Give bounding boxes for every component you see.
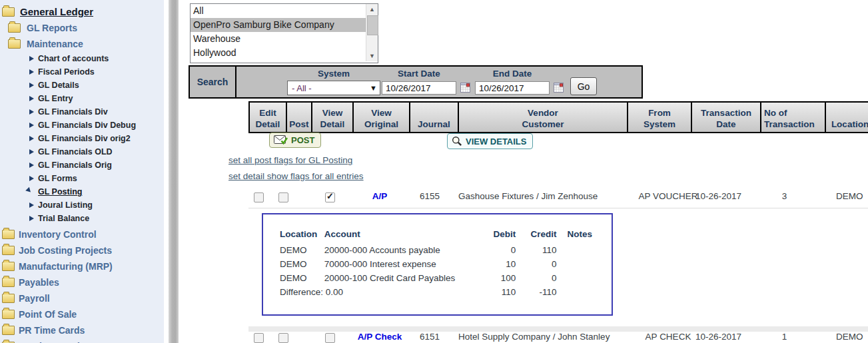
- column-header-view-detail: View Detail: [312, 103, 354, 132]
- sidebar-item-gl-financials-orig[interactable]: GL Financials Orig: [0, 159, 164, 172]
- edit-detail-checkbox[interactable]: [254, 192, 264, 202]
- detail-debit: 10: [476, 257, 516, 271]
- folder-icon: [2, 230, 15, 239]
- scroll-up-icon[interactable]: ▲: [366, 4, 378, 15]
- column-header-post: Post: [287, 103, 312, 132]
- collapsed-arrow-icon: [29, 149, 34, 155]
- detail-header-credit: Credit: [516, 226, 556, 243]
- detail-notes: [557, 243, 612, 257]
- navigation-sidebar: General Ledger GL Reports Maintenance Ch…: [0, 0, 164, 343]
- location: DEMO: [836, 191, 863, 201]
- start-date-label: Start Date: [382, 69, 456, 79]
- post-checkbox[interactable]: [278, 333, 288, 343]
- journal-entry-row: A/P 6155 Gashouse Fixtures / Jim Zenhous…: [0, 191, 868, 204]
- journal-type-link[interactable]: A/P: [340, 191, 420, 201]
- collapsed-arrow-icon: [29, 176, 34, 181]
- column-header-from-system: From System: [628, 103, 692, 132]
- chevron-down-icon: ▼: [370, 84, 377, 92]
- go-button[interactable]: Go: [570, 77, 597, 95]
- detail-account: 20000-000 Accounts payable: [324, 243, 477, 257]
- sidebar-item-trial-balance[interactable]: Trial Balance: [0, 212, 164, 225]
- view-details-button[interactable]: VIEW DETAILS: [447, 133, 533, 149]
- difference-debit: 110: [476, 285, 516, 299]
- row-separator: [248, 326, 868, 332]
- detail-credit: 0: [516, 271, 556, 285]
- sidebar-item-gl-financials-div-orig2[interactable]: GL Financials Div orig2: [0, 132, 164, 145]
- sidebar-item-payables[interactable]: Payables: [0, 274, 164, 290]
- sidebar-item-gl-forms[interactable]: GL Forms: [0, 172, 164, 185]
- transaction-date: 10-26-2017: [695, 332, 741, 342]
- set-detail-flags-link[interactable]: set detail show flags for all entries: [228, 171, 364, 181]
- system-select[interactable]: - All - ▼: [287, 81, 380, 95]
- edit-detail-checkbox[interactable]: [254, 333, 264, 343]
- collapsed-arrow-icon: [29, 109, 34, 115]
- detail-header-row: Location Account Debit Credit Notes: [280, 226, 612, 243]
- end-date-calendar-icon[interactable]: [554, 83, 564, 93]
- sidebar-item-inventory-control[interactable]: Inventory Control: [0, 226, 164, 242]
- detail-row: DEMO 70000-000 Interest expense 10 0: [280, 257, 612, 271]
- detail-difference-row: Difference: 0.00 110 -110: [280, 285, 612, 299]
- sidebar-item-general-ledger[interactable]: General Ledger: [0, 4, 164, 20]
- journal-number: 6151: [410, 332, 450, 342]
- sidebar-item-gl-entry[interactable]: GL Entry: [0, 92, 164, 105]
- detail-row: DEMO 20000-000 Accounts payable 0 110: [280, 243, 612, 257]
- detail-debit: 100: [476, 271, 516, 285]
- sidebar-item-point-of-sale[interactable]: Point Of Sale: [0, 306, 164, 322]
- entry-detail-panel: Location Account Debit Credit Notes DEMO…: [262, 213, 613, 316]
- end-date-input[interactable]: [475, 81, 550, 95]
- detail-table: Location Account Debit Credit Notes DEMO…: [280, 226, 612, 299]
- sidebar-item-payroll[interactable]: Payroll: [0, 290, 164, 306]
- folder-icon: [8, 23, 21, 33]
- sidebar-item-gl-financials-div-debug[interactable]: GL Financials Div Debug: [0, 119, 164, 132]
- row-divider: [248, 208, 868, 208]
- collapsed-arrow-icon: [29, 123, 34, 128]
- company-option-all[interactable]: All: [191, 4, 378, 18]
- journal-type-link[interactable]: A/P Check: [340, 332, 420, 342]
- no-of-transaction: 3: [766, 191, 803, 201]
- search-label: Search: [190, 67, 236, 97]
- sidebar-item-maintenance[interactable]: Maintenance: [0, 36, 164, 52]
- sidebar-splitter[interactable]: [169, 0, 179, 343]
- detail-header-notes: Notes: [557, 226, 612, 243]
- company-option-warehouse[interactable]: Warehouse: [191, 32, 378, 46]
- sidebar-item-gl-reports[interactable]: GL Reports: [0, 20, 164, 36]
- column-header-transaction-date: Transaction Date: [692, 103, 761, 132]
- view-detail-checkbox[interactable]: [325, 333, 335, 343]
- post-checkbox[interactable]: [278, 192, 288, 202]
- detail-credit: 110: [516, 243, 556, 257]
- detail-credit: 0: [516, 257, 556, 271]
- scroll-down-icon[interactable]: ▼: [366, 51, 378, 61]
- column-header-vendor-customer: Vendor Customer: [459, 103, 628, 132]
- detail-location: DEMO: [280, 271, 324, 285]
- sidebar-item-fiscal-periods[interactable]: Fiscal Periods: [0, 65, 164, 79]
- listbox-scrollbar[interactable]: ▲ ▼: [366, 4, 378, 61]
- end-date-label: End Date: [475, 69, 550, 79]
- view-detail-checkbox[interactable]: [325, 192, 335, 202]
- folder-icon: [2, 278, 15, 287]
- detail-header-account: Account: [324, 226, 477, 243]
- vendor-customer: Hotel Supply Company / John Stanley: [458, 332, 610, 342]
- sidebar-item-gl-details[interactable]: GL Details: [0, 79, 164, 92]
- set-post-flags-link[interactable]: set all post flags for GL Posting: [228, 155, 352, 165]
- collapsed-arrow-icon: [29, 83, 34, 88]
- search-bar: Search System Start Date End Date - All …: [189, 65, 643, 99]
- sidebar-item-gl-financials-div[interactable]: GL Financials Div: [0, 105, 164, 119]
- sidebar-item-manufacturing-mrp[interactable]: Manufacturing (MRP): [0, 258, 164, 274]
- sidebar-item-chart-of-accounts[interactable]: Chart of accounts: [0, 52, 164, 65]
- collapsed-arrow-icon: [29, 216, 34, 221]
- collapsed-arrow-icon: [29, 96, 34, 101]
- gl-posting-screen: General Ledger GL Reports Maintenance Ch…: [0, 0, 868, 343]
- post-button[interactable]: POST: [269, 133, 321, 148]
- scrollbar-thumb[interactable]: [367, 15, 378, 35]
- detail-notes: [557, 257, 612, 271]
- journal-entry-row: A/P Check 6151 Hotel Supply Company / Jo…: [0, 332, 868, 343]
- folder-icon: [8, 39, 21, 49]
- start-date-input[interactable]: [382, 81, 456, 95]
- column-header-no-of-transaction: No of Transaction: [761, 103, 826, 132]
- company-option-openpro-samburg[interactable]: OpenPro Samburg Bike Company: [191, 18, 378, 32]
- collapsed-arrow-icon: [29, 56, 34, 61]
- start-date-calendar-icon[interactable]: [460, 83, 470, 93]
- company-option-hollywood[interactable]: Hollywood: [191, 46, 378, 60]
- sidebar-item-gl-financials-old[interactable]: GL Financials OLD: [0, 145, 164, 159]
- sidebar-item-job-costing-projects[interactable]: Job Costing Projects: [0, 242, 164, 258]
